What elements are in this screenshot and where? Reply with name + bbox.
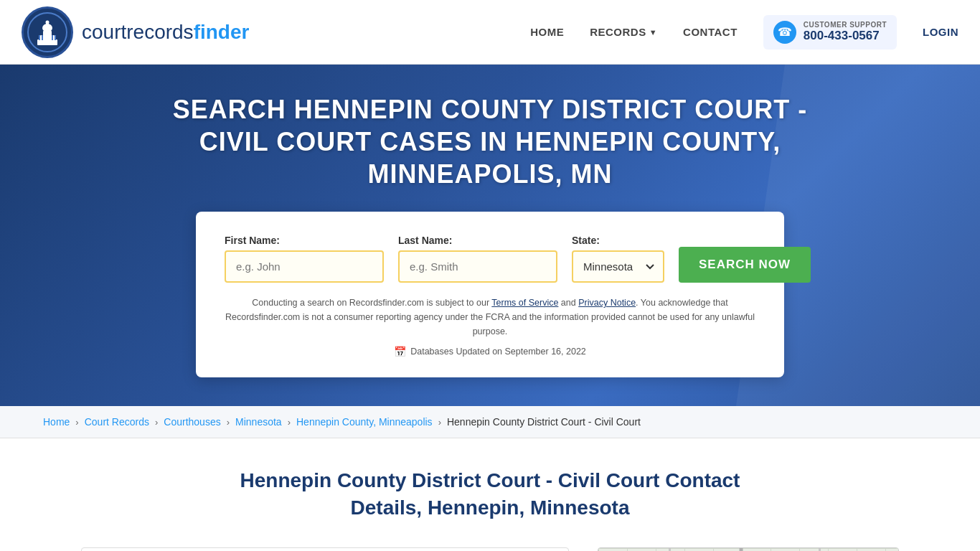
details-panel: Court Name: Hennepin County District Cou… [81,547,569,551]
state-select[interactable]: Minnesota AlabamaAlaskaArizona Californi… [572,250,664,283]
breadcrumb-current: Hennepin County District Court - Civil C… [447,416,641,428]
hero-section: SEARCH HENNEPIN COUNTY DISTRICT COURT - … [0,65,980,406]
last-name-label: Last Name: [398,235,557,246]
nav-records-label: RECORDS [590,26,646,38]
last-name-input[interactable] [398,250,557,283]
breadcrumb-sep-4: › [288,417,291,428]
search-box: First Name: Last Name: State: Minnesota … [196,212,784,377]
search-disclaimer: Conducting a search on Recordsfinder.com… [225,296,755,339]
privacy-link[interactable]: Privacy Notice [578,298,636,308]
content-grid: Court Name: Hennepin County District Cou… [81,547,899,551]
svg-rect-5 [46,24,49,29]
map-container: ▼ 44°58'33.0"N 93°15'58... View larger m… [598,547,899,551]
hero-title: SEARCH HENNEPIN COUNTY DISTRICT COURT - … [167,93,813,190]
main-content: Hennepin County District Court - Civil C… [0,438,980,551]
terms-link[interactable]: Terms of Service [491,298,558,308]
db-updated-text: Databases Updated on September 16, 2022 [410,347,586,357]
breadcrumb-courthouses[interactable]: Courthouses [164,416,220,428]
breadcrumb-minnesota[interactable]: Minnesota [235,416,282,428]
first-name-label: First Name: [225,235,384,246]
db-updated-row: 📅 Databases Updated on September 16, 202… [225,346,755,357]
nav-home[interactable]: HOME [530,26,564,38]
map-placeholder: ▼ 44°58'33.0"N 93°15'58... View larger m… [598,548,898,551]
svg-rect-9 [52,35,53,40]
court-name-row: Court Name: Hennepin County District Cou… [82,548,568,551]
breadcrumb-home[interactable]: Home [43,416,70,428]
calendar-icon: 📅 [394,346,406,357]
svg-rect-7 [39,35,40,40]
breadcrumb-sep-5: › [438,417,441,428]
support-info: CUSTOMER SUPPORT 800-433-0567 [804,21,887,43]
support-label: CUSTOMER SUPPORT [804,21,887,29]
breadcrumb-court-records[interactable]: Court Records [85,416,149,428]
breadcrumb-sep-3: › [227,417,230,428]
first-name-input[interactable] [225,250,384,283]
breadcrumb-sep-2: › [155,417,158,428]
nav-contact[interactable]: CONTACT [683,26,738,38]
breadcrumb: Home › Court Records › Courthouses › Min… [0,406,980,438]
nav-records[interactable]: RECORDS ▼ [590,26,657,38]
logo-text-finder: finder [194,21,250,43]
search-now-button[interactable]: SEARCH NOW [679,247,811,283]
breadcrumb-hennepin-minneapolis[interactable]: Hennepin County, Minneapolis [296,416,433,428]
search-fields: First Name: Last Name: State: Minnesota … [225,235,755,283]
map-roads-svg: ▼ [598,548,898,551]
first-name-field-group: First Name: [225,235,384,283]
svg-point-6 [46,20,50,24]
chevron-down-icon: ▼ [649,28,657,37]
logo-text: courtrecordsfinder [82,21,249,44]
site-header: courtrecordsfinder HOME RECORDS ▼ CONTAC… [0,0,980,65]
map-panel: ▼ 44°58'33.0"N 93°15'58... View larger m… [598,547,899,551]
svg-rect-10 [55,35,56,40]
support-area: ☎ CUSTOMER SUPPORT 800-433-0567 [763,15,897,50]
support-number: 800-433-0567 [804,29,887,43]
state-label: State: [572,235,664,246]
page-heading: Hennepin County District Court - Civil C… [203,467,777,522]
logo-icon [22,6,73,58]
state-field-group: State: Minnesota AlabamaAlaskaArizona Ca… [572,235,664,283]
headset-icon: ☎ [773,21,796,44]
last-name-field-group: Last Name: [398,235,557,283]
breadcrumb-sep-1: › [75,417,78,428]
logo-text-regular: courtrecords [82,21,194,43]
nav-login[interactable]: LOGIN [923,26,958,38]
svg-rect-8 [42,35,43,40]
main-nav: HOME RECORDS ▼ CONTACT ☎ CUSTOMER SUPPOR… [530,15,958,50]
logo-area: courtrecordsfinder [22,6,249,58]
